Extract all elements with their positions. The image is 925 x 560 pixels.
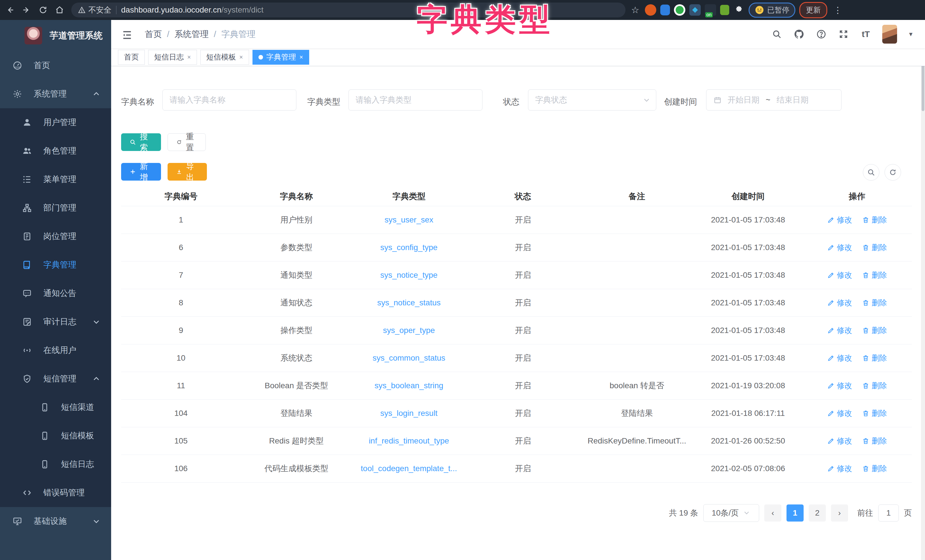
edit-button[interactable]: 修改 (827, 270, 852, 280)
security-label[interactable]: 不安全 (88, 5, 111, 15)
sidebar-item-短信管理[interactable]: 短信管理 (0, 364, 111, 393)
add-button[interactable]: 新增 (121, 163, 161, 181)
delete-button[interactable]: 删除 (862, 353, 887, 363)
breadcrumb-home[interactable]: 首页 (145, 29, 162, 40)
sidebar-item-短信模板[interactable]: 短信模板 (0, 422, 111, 450)
close-icon[interactable]: × (240, 54, 243, 61)
app-logo-row[interactable]: 芋道管理系统 (0, 20, 111, 51)
extension-icon[interactable] (645, 4, 656, 16)
close-icon[interactable]: × (300, 54, 303, 61)
page-button-2[interactable]: 2 (809, 504, 826, 522)
reload-icon[interactable] (36, 3, 50, 17)
search-icon[interactable] (771, 29, 782, 40)
cell-type[interactable]: sys_common_status (352, 354, 466, 363)
cell-type[interactable]: sys_oper_type (352, 326, 466, 335)
tab-首页[interactable]: 首页 (118, 50, 145, 65)
avatar-caret-icon[interactable]: ▼ (908, 31, 914, 38)
cell-type[interactable]: tool_codegen_template_t... (352, 464, 466, 473)
sidebar-item-岗位管理[interactable]: 岗位管理 (0, 222, 111, 251)
goto-page-input[interactable]: 1 (878, 504, 899, 522)
fullscreen-icon[interactable] (838, 29, 849, 40)
cell-type[interactable]: sys_notice_status (352, 298, 466, 307)
delete-button[interactable]: 删除 (862, 381, 887, 391)
edit-button[interactable]: 修改 (827, 436, 852, 446)
delete-button[interactable]: 删除 (862, 215, 887, 225)
delete-button[interactable]: 删除 (862, 436, 887, 446)
delete-button[interactable]: 删除 (862, 242, 887, 253)
home-icon[interactable] (53, 3, 66, 17)
edit-button[interactable]: 修改 (827, 215, 852, 225)
url-bar[interactable]: 不安全 dashboard.yudao.iocoder.cn/system/di… (71, 3, 625, 17)
sidebar-item-审计日志[interactable]: 审计日志 (0, 308, 111, 336)
sidebar-item-字典管理[interactable]: 字典管理 (0, 251, 111, 279)
prev-page-button[interactable]: ‹ (764, 504, 781, 522)
page-scrollbar[interactable] (921, 20, 925, 560)
cell-type[interactable]: sys_notice_type (352, 271, 466, 280)
status-select[interactable]: 字典状态 (528, 89, 656, 110)
edit-button[interactable]: 修改 (827, 298, 852, 308)
date-start-input[interactable]: 开始日期 (728, 95, 759, 105)
sidebar-item-用户管理[interactable]: 用户管理 (0, 108, 111, 137)
reset-button[interactable]: 重置 (167, 133, 206, 151)
page-size-select[interactable]: 10条/页 (703, 504, 759, 522)
sidebar-item-错误码管理[interactable]: 错误码管理 (0, 479, 111, 507)
hamburger-icon[interactable] (121, 29, 133, 39)
export-button[interactable]: 导出 (167, 163, 207, 181)
date-end-input[interactable]: 结束日期 (777, 95, 809, 105)
browser-menu-icon[interactable]: ⋮ (833, 5, 842, 15)
delete-button[interactable]: 删除 (862, 325, 887, 336)
date-range-picker[interactable]: 开始日期 ~ 结束日期 (706, 89, 842, 110)
dict-type-input[interactable]: 请输入字典类型 (348, 89, 482, 110)
help-icon[interactable] (816, 29, 827, 40)
close-icon[interactable]: × (187, 54, 191, 61)
sidebar-item-通知公告[interactable]: 通知公告 (0, 279, 111, 308)
edit-button[interactable]: 修改 (827, 242, 852, 253)
extension-icon[interactable]: on (705, 4, 716, 16)
cell-type[interactable]: sys_user_sex (352, 215, 466, 224)
forward-icon[interactable] (20, 3, 33, 17)
cell-type[interactable]: sys_boolean_string (352, 381, 466, 390)
delete-button[interactable]: 删除 (862, 298, 887, 308)
page-button-1[interactable]: 1 (786, 504, 804, 522)
edit-button[interactable]: 修改 (827, 408, 852, 418)
cell-type[interactable]: sys_config_type (352, 243, 466, 252)
search-button[interactable]: 搜索 (121, 133, 161, 151)
extension-icon[interactable] (689, 4, 701, 16)
paused-profile-badge[interactable]: 已暂停 (749, 3, 795, 18)
extension-icon[interactable] (720, 5, 729, 15)
tab-字典管理[interactable]: 字典管理× (253, 50, 309, 65)
tab-短信模板[interactable]: 短信模板× (200, 50, 249, 65)
breadcrumb-system[interactable]: 系统管理 (175, 29, 209, 40)
user-avatar[interactable] (882, 25, 897, 44)
edit-button[interactable]: 修改 (827, 381, 852, 391)
bookmark-star-icon[interactable]: ☆ (630, 4, 641, 16)
update-button[interactable]: 更新 (799, 2, 827, 18)
sidebar-item-基础设施[interactable]: 基础设施 (0, 507, 111, 536)
tab-短信日志[interactable]: 短信日志× (148, 50, 197, 65)
puzzle-extension-icon[interactable] (733, 4, 744, 16)
delete-button[interactable]: 删除 (862, 408, 887, 418)
github-icon[interactable] (793, 29, 805, 40)
delete-button[interactable]: 删除 (862, 464, 887, 474)
sidebar-item-部门管理[interactable]: 部门管理 (0, 194, 111, 222)
extension-icon[interactable] (674, 4, 685, 16)
delete-button[interactable]: 删除 (862, 270, 887, 280)
sidebar-item-系统管理[interactable]: 系统管理 (0, 80, 111, 108)
edit-button[interactable]: 修改 (827, 464, 852, 474)
edit-button[interactable]: 修改 (827, 353, 852, 363)
font-size-icon[interactable]: tT (860, 29, 871, 40)
sidebar-item-在线用户[interactable]: 在线用户 (0, 336, 111, 364)
cell-type[interactable]: inf_redis_timeout_type (352, 437, 466, 446)
next-page-button[interactable]: › (831, 504, 848, 522)
sidebar-item-短信日志[interactable]: 短信日志 (0, 450, 111, 479)
cell-type[interactable]: sys_login_result (352, 409, 466, 418)
sidebar-item-角色管理[interactable]: 角色管理 (0, 137, 111, 165)
sidebar-item-菜单管理[interactable]: 菜单管理 (0, 165, 111, 194)
table-search-icon[interactable] (863, 164, 880, 181)
sidebar-item-短信渠道[interactable]: 短信渠道 (0, 393, 111, 422)
extension-icon[interactable] (660, 5, 670, 15)
edit-button[interactable]: 修改 (827, 325, 852, 336)
table-refresh-icon[interactable] (884, 164, 901, 181)
dict-name-input[interactable]: 请输入字典名称 (163, 89, 296, 110)
back-icon[interactable] (3, 3, 17, 17)
